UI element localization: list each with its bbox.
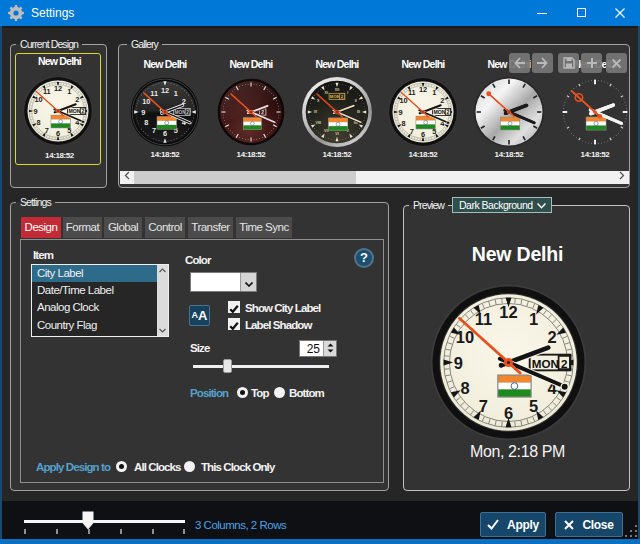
svg-text:1: 1 [67, 87, 71, 96]
svg-text:8: 8 [144, 118, 148, 127]
svg-text:2: 2 [261, 110, 264, 115]
svg-text:7: 7 [45, 126, 49, 135]
svg-text:10: 10 [456, 328, 474, 346]
svg-text:8: 8 [37, 118, 41, 127]
svg-text:9: 9 [399, 108, 403, 117]
svg-text:I: I [347, 91, 348, 95]
svg-text:1: 1 [529, 310, 538, 328]
svg-text:VI: VI [335, 132, 338, 136]
svg-text:11: 11 [408, 88, 416, 97]
svg-text:6: 6 [421, 130, 425, 139]
svg-text:MON: MON [433, 109, 445, 115]
svg-text:5: 5 [529, 397, 538, 415]
svg-text:2: 2 [81, 108, 84, 114]
svg-text:2: 2 [446, 109, 449, 115]
svg-text:6: 6 [504, 404, 513, 422]
svg-text:6: 6 [163, 129, 167, 138]
svg-text:12: 12 [161, 86, 169, 95]
svg-text:7: 7 [152, 126, 156, 135]
svg-text:9: 9 [141, 108, 145, 117]
svg-text:III: III [357, 110, 360, 114]
svg-text:2: 2 [561, 357, 567, 370]
svg-text:11: 11 [43, 87, 51, 96]
svg-text:1: 1 [432, 88, 436, 97]
svg-text:7: 7 [479, 397, 488, 415]
svg-text:12: 12 [499, 303, 517, 321]
svg-text:IX: IX [314, 110, 318, 114]
svg-text:8: 8 [460, 379, 469, 397]
svg-text:11: 11 [150, 89, 158, 98]
svg-text:2: 2 [547, 328, 556, 346]
svg-text:12: 12 [419, 85, 427, 94]
svg-text:12: 12 [54, 84, 62, 93]
svg-text:VIII: VIII [316, 121, 321, 125]
svg-text:9: 9 [34, 107, 38, 116]
svg-text:1: 1 [174, 89, 178, 98]
svg-text:9: 9 [454, 354, 463, 372]
svg-text:11: 11 [475, 310, 492, 328]
svg-text:8: 8 [402, 119, 406, 128]
svg-text:MON: MON [68, 108, 80, 114]
svg-text:II: II [355, 99, 357, 103]
svg-text:XI: XI [324, 91, 327, 95]
svg-text:6: 6 [56, 129, 60, 138]
svg-text:MON: MON [330, 94, 340, 99]
svg-text:VII: VII [324, 129, 328, 133]
svg-text:MON: MON [532, 357, 559, 370]
svg-text:7: 7 [410, 127, 414, 136]
svg-text:MON: MON [175, 110, 187, 115]
svg-text:2: 2 [186, 110, 189, 115]
svg-text:XII: XII [335, 88, 339, 92]
